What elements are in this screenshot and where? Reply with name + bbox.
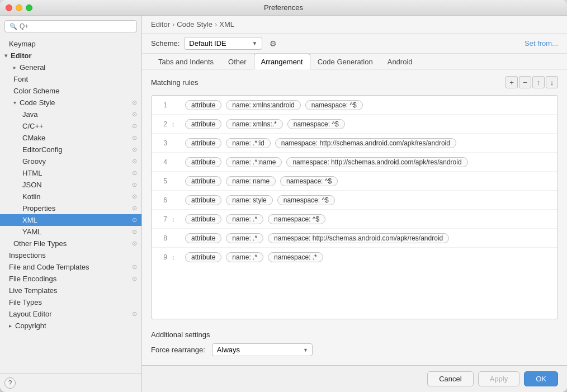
rule-number: 5 bbox=[156, 177, 167, 185]
sidebar-item-font[interactable]: Font bbox=[0, 73, 141, 85]
rule-row[interactable]: 9 ↕ attribute name: .* namespace: .* bbox=[152, 248, 557, 267]
title-bar: Preferences bbox=[0, 0, 567, 16]
rule-row[interactable]: 3 attribute name: .*:id namespace: http:… bbox=[152, 134, 557, 153]
sidebar-item-inspections[interactable]: Inspections bbox=[0, 249, 141, 261]
sidebar-item-yaml[interactable]: YAML ⊙ bbox=[0, 226, 141, 238]
move-down-button[interactable]: ↓ bbox=[546, 76, 558, 88]
sidebar-item-copyright[interactable]: ▸ Copyright bbox=[0, 320, 141, 332]
move-up-button[interactable]: ↑ bbox=[532, 76, 545, 88]
sidebar-item-layout-editor[interactable]: Layout Editor ⊙ bbox=[0, 308, 141, 320]
rules-table: 1 attribute name: xmlns:android namespac… bbox=[151, 95, 558, 319]
rule-row[interactable]: 1 attribute name: xmlns:android namespac… bbox=[152, 96, 557, 115]
sidebar-item-cmake[interactable]: CMake ⊙ bbox=[0, 132, 141, 144]
sidebar-item-keymap[interactable]: Keymap bbox=[0, 38, 141, 50]
chevron-down-icon: ▾ bbox=[13, 100, 16, 106]
sidebar-item-label: Code Style bbox=[20, 98, 55, 107]
sidebar-item-label: File and Code Templates bbox=[9, 263, 89, 271]
force-rearrange-select-wrapper[interactable]: Always Never On explicit invocation bbox=[212, 343, 313, 356]
rule-number: 1 bbox=[156, 101, 167, 109]
force-rearrange-select[interactable]: Always Never On explicit invocation bbox=[212, 343, 313, 356]
rule-tag: attribute bbox=[185, 100, 221, 110]
sidebar-item-json[interactable]: JSON ⊙ bbox=[0, 179, 141, 191]
sidebar-item-kotlin[interactable]: Kotlin ⊙ bbox=[0, 191, 141, 202]
sidebar-footer: ? bbox=[0, 374, 141, 392]
rule-row[interactable]: 6 attribute name: style namespace: ^$ bbox=[152, 191, 557, 210]
tab-code-generation[interactable]: Code Generation bbox=[310, 54, 380, 69]
tab-other[interactable]: Other bbox=[221, 54, 254, 69]
rule-row[interactable]: 5 attribute name: name namespace: ^$ bbox=[152, 172, 557, 191]
scheme-label: Scheme: bbox=[151, 39, 179, 48]
cancel-button[interactable]: Cancel bbox=[427, 371, 473, 386]
sidebar-item-label: HTML bbox=[22, 169, 42, 177]
sidebar-item-other-file-types[interactable]: Other File Types ⊙ bbox=[0, 238, 141, 249]
sidebar-item-live-templates[interactable]: Live Templates bbox=[0, 285, 141, 296]
sidebar-item-cpp[interactable]: C/C++ ⊙ bbox=[0, 120, 141, 132]
sidebar-item-groovy[interactable]: Groovy ⊙ bbox=[0, 155, 141, 167]
close-button[interactable] bbox=[6, 4, 12, 11]
breadcrumb-arrow: › bbox=[172, 20, 174, 29]
sidebar-item-html[interactable]: HTML ⊙ bbox=[0, 167, 141, 179]
sidebar-item-xml[interactable]: XML ⊙ bbox=[0, 214, 141, 226]
sidebar-item-java[interactable]: Java ⊙ bbox=[0, 108, 141, 120]
sidebar-item-color-scheme[interactable]: Color Scheme bbox=[0, 85, 141, 97]
scheme-select[interactable]: Default IDE ▼ bbox=[184, 37, 262, 50]
sidebar: 🔍 Keymap ▾ Editor ▸ General bbox=[0, 16, 142, 392]
rule-tag: name: xmlns:android bbox=[226, 100, 300, 110]
apply-button[interactable]: Apply bbox=[478, 371, 520, 386]
copy-icon: ⊙ bbox=[132, 146, 137, 153]
rule-row[interactable]: 8 attribute name: .* namespace: http://s… bbox=[152, 229, 557, 248]
sidebar-item-editorconfig[interactable]: EditorConfig ⊙ bbox=[0, 144, 141, 155]
rule-tag: attribute bbox=[185, 195, 221, 205]
remove-rule-button[interactable]: − bbox=[519, 76, 531, 88]
breadcrumb-code-style: Code Style bbox=[177, 20, 212, 29]
breadcrumb: Editor › Code Style › XML bbox=[142, 16, 567, 34]
rule-row[interactable]: 7 ↕ attribute name: .* namespace: ^$ bbox=[152, 210, 557, 229]
copy-icon: ⊙ bbox=[132, 263, 137, 271]
rule-tag: name: .* bbox=[226, 233, 263, 243]
set-from-link[interactable]: Set from... bbox=[525, 39, 558, 48]
matching-rules-label: Matching rules bbox=[151, 78, 199, 87]
copy-icon: ⊙ bbox=[132, 275, 137, 282]
rule-number: 2 bbox=[156, 120, 167, 128]
gear-button[interactable]: ⚙ bbox=[267, 37, 279, 50]
help-button[interactable]: ? bbox=[4, 377, 16, 389]
copy-icon: ⊙ bbox=[132, 158, 137, 165]
window-title: Preferences bbox=[264, 3, 303, 12]
sidebar-item-label: XML bbox=[22, 216, 37, 224]
rule-tag: attribute bbox=[185, 176, 221, 186]
matching-rules-header: Matching rules + − ↑ ↓ bbox=[151, 76, 558, 88]
sidebar-item-general[interactable]: ▸ General bbox=[0, 62, 141, 73]
sidebar-item-label: Live Templates bbox=[9, 286, 57, 295]
sidebar-item-properties[interactable]: Properties ⊙ bbox=[0, 202, 141, 214]
sidebar-item-file-code-templates[interactable]: File and Code Templates ⊙ bbox=[0, 261, 141, 273]
rule-tag: namespace: http://schemas.android.com/ap… bbox=[286, 157, 467, 167]
ok-button[interactable]: OK bbox=[524, 371, 558, 386]
sidebar-item-editor[interactable]: ▾ Editor bbox=[0, 50, 141, 62]
minimize-button[interactable] bbox=[16, 4, 22, 11]
rule-tag: namespace: ^$ bbox=[280, 176, 338, 186]
rule-tag: namespace: ^$ bbox=[277, 195, 335, 205]
search-input[interactable] bbox=[20, 22, 132, 30]
rule-row[interactable]: 4 attribute name: .*:name namespace: htt… bbox=[152, 153, 557, 172]
sidebar-item-file-types[interactable]: File Types bbox=[0, 296, 141, 308]
add-rule-button[interactable]: + bbox=[505, 76, 518, 88]
tab-android[interactable]: Android bbox=[380, 54, 420, 69]
sidebar-item-code-style[interactable]: ▾ Code Style ⊙ bbox=[0, 97, 141, 108]
tab-arrangement[interactable]: Arrangement bbox=[254, 54, 310, 69]
rule-tag: name: .*:name bbox=[226, 157, 282, 167]
sidebar-item-label: Java bbox=[22, 110, 37, 119]
search-box[interactable]: 🔍 bbox=[4, 20, 137, 32]
rule-row[interactable]: 2 ↕ attribute name: xmlns:.* namespace: … bbox=[152, 115, 557, 134]
rule-tag: name: style bbox=[226, 195, 272, 205]
rule-tag: name: .*:id bbox=[226, 138, 270, 148]
rule-tag: attribute bbox=[185, 252, 221, 262]
sidebar-item-label: File Encodings bbox=[9, 275, 56, 283]
sidebar-item-file-encodings[interactable]: File Encodings ⊙ bbox=[0, 273, 141, 285]
maximize-button[interactable] bbox=[26, 4, 32, 11]
sidebar-item-label: CMake bbox=[22, 134, 45, 142]
rule-tag: attribute bbox=[185, 233, 221, 243]
rule-number: 3 bbox=[156, 139, 167, 147]
tab-tabs-indents[interactable]: Tabs and Indents bbox=[151, 54, 221, 69]
rule-tag: name: .* bbox=[226, 252, 263, 262]
scheme-row: Scheme: Default IDE ▼ ⚙ Set from... bbox=[142, 34, 567, 54]
